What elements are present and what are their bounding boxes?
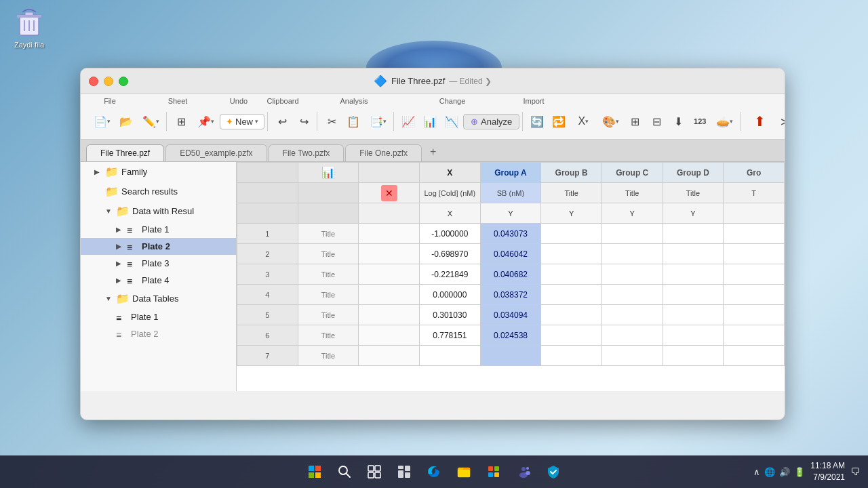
nav-plate-2[interactable]: ▶ ≡ Plate 2 [81, 238, 236, 255]
cell-group-a[interactable]: 0.046042 [480, 244, 541, 264]
copy-button[interactable]: 📋 [343, 112, 363, 131]
col-x-header[interactable]: X [419, 163, 480, 183]
task-view-button[interactable] [361, 458, 388, 485]
row-title[interactable]: Title [298, 264, 359, 285]
nav-search-results[interactable]: 📁 Search results [81, 182, 236, 201]
chart-button[interactable]: 🥧▾ [711, 112, 737, 131]
cell-group-a[interactable]: 0.040682 [480, 264, 541, 285]
paste-button[interactable]: 📑▾ [365, 112, 391, 131]
cell-x[interactable]: 0.778151 [419, 325, 480, 346]
row-title[interactable]: Title [298, 285, 359, 305]
cell-group-a[interactable]: 0.024538 [480, 325, 541, 346]
notification-icon[interactable]: 🗨 [850, 466, 860, 477]
start-button[interactable] [301, 458, 328, 485]
cell-x[interactable]: -0.221849 [419, 264, 480, 285]
grid2-button[interactable]: ⊟ [646, 112, 667, 131]
minimize-button[interactable]: – [104, 77, 113, 86]
delete-button[interactable]: ✕ [381, 185, 397, 201]
nav-dt-plate-2[interactable]: ≡ Plate 2 [81, 325, 236, 342]
x-col-button[interactable]: X▾ [570, 112, 596, 131]
desktop-icon[interactable]: Zaydi fila [5, 5, 53, 49]
security-button[interactable] [540, 458, 567, 485]
cell-group-c[interactable] [601, 244, 663, 264]
nav-data-tables[interactable]: ▼ 📁 Data Tables [81, 289, 236, 308]
grid-button[interactable]: ⊞ [625, 112, 645, 131]
nav-family[interactable]: ▶ 📁 Family [81, 162, 236, 182]
cell-x[interactable]: -0.698970 [419, 244, 480, 264]
row-title[interactable]: Title [298, 325, 359, 346]
cell-group-d[interactable] [663, 264, 724, 285]
cell-group-d[interactable] [663, 346, 724, 366]
pin-button[interactable]: 📌▾ [193, 112, 218, 131]
cell-group-b[interactable] [541, 346, 602, 366]
cell-group-b[interactable] [541, 264, 602, 285]
cell-group-d[interactable] [663, 224, 724, 244]
cell-group-e[interactable] [724, 285, 785, 305]
col-groupb-header[interactable]: Group B [541, 163, 602, 183]
close-button[interactable]: ✕ [89, 77, 98, 86]
curve-fit-button[interactable]: 📈 [398, 112, 418, 131]
cut-button[interactable]: ✂ [321, 112, 342, 131]
widgets-button[interactable] [391, 458, 418, 485]
import-button[interactable]: ⬆ [745, 108, 774, 135]
cell-group-a[interactable]: 0.034094 [480, 305, 541, 325]
cell-group-d[interactable] [663, 325, 724, 346]
open-file-button[interactable]: 📂 [116, 112, 136, 131]
add-tab-button[interactable]: + [423, 142, 443, 161]
row-title[interactable]: Title [298, 224, 359, 244]
maximize-button[interactable]: + [119, 77, 128, 86]
cell-x[interactable] [419, 346, 480, 366]
analyze-button[interactable]: ⊕ Analyze [463, 114, 519, 129]
edit-button[interactable]: ✏️▾ [138, 112, 163, 131]
cell-x[interactable]: 0.000000 [419, 285, 480, 305]
cell-group-a[interactable] [480, 346, 541, 366]
change1-button[interactable]: 🔄 [527, 112, 547, 131]
cell-group-b[interactable] [541, 325, 602, 346]
cell-group-c[interactable] [601, 264, 663, 285]
cell-group-d[interactable] [663, 244, 724, 264]
cell-group-b[interactable] [541, 224, 602, 244]
undo-button[interactable]: ↩ [272, 112, 292, 131]
num-button[interactable]: 123 [690, 112, 710, 131]
cell-group-e[interactable] [724, 346, 785, 366]
cell-x[interactable]: -1.000000 [419, 224, 480, 244]
col-groupe-header[interactable]: Gro [724, 163, 785, 183]
tab-file-three[interactable]: File Three.pzf [86, 144, 164, 161]
row-title[interactable]: Title [298, 305, 359, 325]
store-button[interactable] [480, 458, 507, 485]
search-button[interactable] [331, 458, 358, 485]
cell-group-b[interactable] [541, 244, 602, 264]
new-button[interactable]: ✦ New ▾ [220, 114, 264, 129]
cell-group-e[interactable] [724, 305, 785, 325]
spreadsheet-container[interactable]: 📊 X Group A Group B [237, 162, 785, 391]
new-file-button[interactable]: 📄▾ [89, 112, 115, 131]
row-title[interactable]: Title [298, 346, 359, 366]
stats-button[interactable]: 📊 [420, 112, 440, 131]
cell-group-c[interactable] [601, 285, 663, 305]
cell-group-d[interactable] [663, 285, 724, 305]
col-groupc-header[interactable]: Group C [601, 163, 663, 183]
nav-plate-3[interactable]: ▶ ≡ Plate 3 [81, 255, 236, 272]
cell-group-a[interactable]: 0.038372 [480, 285, 541, 305]
cell-group-e[interactable] [724, 325, 785, 346]
nav-data-with-results[interactable]: ▼ 📁 Data with Resul [81, 201, 236, 221]
cell-group-c[interactable] [601, 346, 663, 366]
color-button[interactable]: 🎨▾ [597, 112, 623, 131]
row-title[interactable]: Title [298, 244, 359, 264]
teams-button[interactable] [510, 458, 537, 485]
col-delete[interactable] [359, 163, 420, 183]
cell-group-e[interactable] [724, 224, 785, 244]
cell-group-c[interactable] [601, 224, 663, 244]
nav-plate-4[interactable]: ▶ ≡ Plate 4 [81, 272, 236, 289]
tab-file-one[interactable]: File One.pzfx [345, 144, 422, 161]
cell-group-e[interactable] [724, 264, 785, 285]
clock[interactable]: 11:18 AM 7/9/2021 [810, 460, 845, 483]
chevron-up-icon[interactable]: ∧ [753, 467, 760, 477]
col-groupd-header[interactable]: Group D [663, 163, 724, 183]
nav-dt-plate-1[interactable]: ≡ Plate 1 [81, 308, 236, 325]
cell-group-c[interactable] [601, 325, 663, 346]
table-icon-cell[interactable]: 📊 [298, 163, 359, 183]
cell-group-d[interactable] [663, 305, 724, 325]
cell-group-b[interactable] [541, 285, 602, 305]
graph-button[interactable]: 📉 [441, 112, 462, 131]
